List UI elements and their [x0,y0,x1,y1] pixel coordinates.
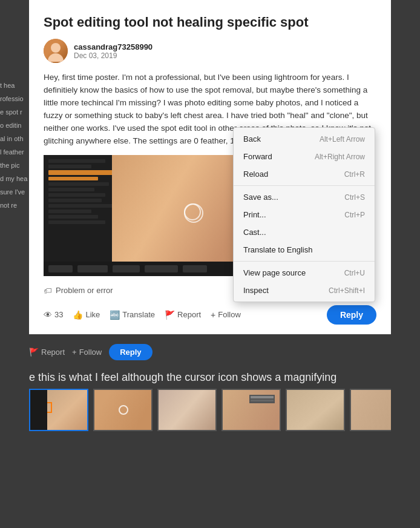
actions-row: 👁 33 👍 Like 🔤 Translate 🚩 Report + Follo… [44,305,376,325]
reply-button[interactable]: Reply [327,305,376,325]
thumbnails-row [29,389,391,436]
bottom-follow-action[interactable]: + Follow [72,348,102,357]
translate-icon: 🔤 [110,310,120,320]
bottom-follow-icon: + [72,348,77,357]
bottom-reply-button[interactable]: Reply [109,344,152,360]
follow-action[interactable]: + Follow [211,310,241,320]
menu-inspect-shortcut: Ctrl+Shift+I [329,286,365,295]
follow-label: Follow [218,310,241,319]
views-action: 👁 33 [44,310,63,320]
menu-item-print[interactable]: Print... Ctrl+P [234,206,375,223]
views-count: 33 [54,310,63,319]
post-date: Dec 03, 2019 [74,51,153,60]
menu-item-reload[interactable]: Reload Ctrl+R [234,165,375,183]
bottom-actions-row: 🚩 Report + Follow Reply [29,339,391,365]
report-label: Report [177,310,201,319]
menu-forward-shortcut: Alt+Right Arrow [315,153,365,161]
tag-label: Problem or error [56,286,113,295]
menu-item-forward[interactable]: Forward Alt+Right Arrow [234,148,375,165]
author-name: cassandrag73258990 [74,42,153,51]
bottom-area: 🚩 Report + Follow Reply e this is what I… [0,334,420,436]
menu-separator-1 [234,185,375,186]
menu-item-translate[interactable]: Translate to English [234,241,375,259]
follow-icon: + [211,310,215,320]
avatar-image [44,39,68,63]
thumbnail-3[interactable] [157,389,217,431]
menu-inspect-label: Inspect [243,286,269,295]
menu-forward-label: Forward [243,152,272,161]
page-wrapper: t hea rofessio e spot r o editin al in o… [0,0,420,528]
menu-print-label: Print... [243,210,266,219]
left-partial-text: t hea rofessio e spot r o editin al in o… [0,79,29,212]
like-label: Like [85,310,100,319]
menu-reload-label: Reload [243,170,268,179]
thumbnail-2[interactable] [93,389,153,431]
menu-item-save-as[interactable]: Save as... Ctrl+S [234,188,375,206]
context-menu: Back Alt+Left Arrow Forward Alt+Right Ar… [233,127,375,302]
menu-cast-label: Cast... [243,228,266,237]
section-text: e this is what I feel although the curso… [29,365,391,389]
menu-separator-2 [234,261,375,262]
thumbnail-6[interactable] [350,389,391,431]
menu-save-as-shortcut: Ctrl+S [344,193,365,202]
menu-item-inspect[interactable]: Inspect Ctrl+Shift+I [234,282,375,299]
like-action[interactable]: 👍 Like [73,310,100,320]
tag-icon: 🏷 [44,286,52,295]
author-info: cassandrag73258990 Dec 03, 2019 [74,42,153,60]
menu-translate-label: Translate to English [243,245,312,254]
thumbnail-4[interactable] [221,389,281,431]
post-title: Spot editing tool not healing specific s… [44,15,376,30]
bottom-report-icon: 🚩 [29,348,39,357]
menu-view-source-label: View page source [243,268,306,277]
like-icon: 👍 [73,310,83,320]
menu-save-as-label: Save as... [243,193,278,202]
report-icon: 🚩 [165,310,175,320]
bottom-report-action[interactable]: 🚩 Report [29,348,65,357]
menu-item-view-source[interactable]: View page source Ctrl+U [234,264,375,282]
menu-item-back[interactable]: Back Alt+Left Arrow [234,130,375,148]
bottom-report-label: Report [41,348,65,357]
views-icon: 👁 [44,310,52,320]
bottom-follow-label: Follow [79,348,102,357]
menu-print-shortcut: Ctrl+P [344,211,365,219]
lr-panel [44,155,120,276]
menu-item-cast[interactable]: Cast... [234,223,375,241]
avatar [44,39,68,63]
menu-back-label: Back [243,134,261,144]
menu-back-shortcut: Alt+Left Arrow [320,135,365,144]
menu-view-source-shortcut: Ctrl+U [344,269,365,277]
translate-action[interactable]: 🔤 Translate [110,310,155,320]
thumbnail-5[interactable] [286,389,345,431]
report-action[interactable]: 🚩 Report [165,310,201,320]
translate-label: Translate [122,310,155,319]
menu-reload-shortcut: Ctrl+R [344,170,365,179]
thumbnail-1[interactable] [29,389,88,431]
author-row: cassandrag73258990 Dec 03, 2019 [44,39,376,63]
